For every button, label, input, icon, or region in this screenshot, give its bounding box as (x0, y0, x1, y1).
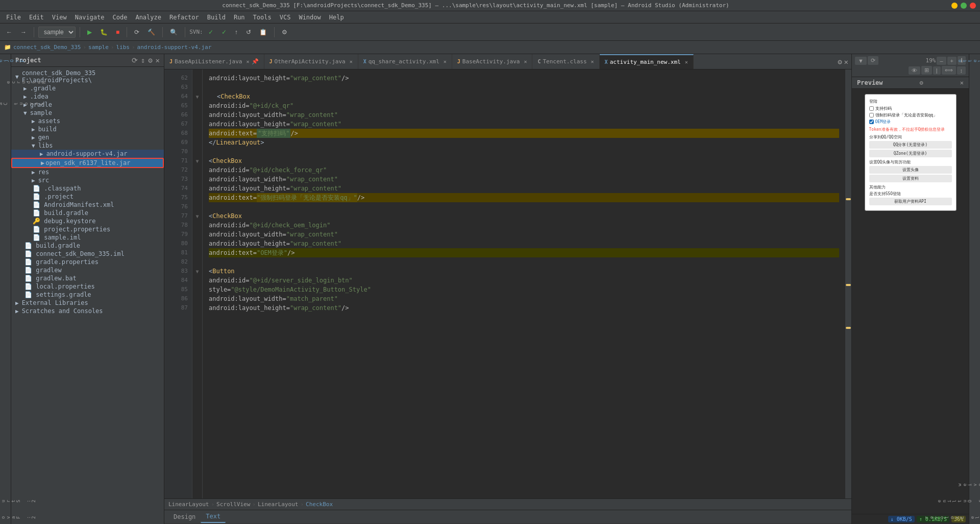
stop-button[interactable]: ■ (113, 27, 122, 37)
preview-qzone-btn[interactable]: QZone(无需登录) (869, 150, 952, 157)
win-minimize[interactable] (951, 3, 958, 9)
tree-local-props[interactable]: 📄 local.properties (11, 282, 164, 291)
menu-edit[interactable]: Edit (25, 13, 48, 22)
menu-window[interactable]: Window (295, 13, 325, 22)
resource-manager-icon[interactable]: ResourceManager (1, 78, 10, 87)
menu-tools[interactable]: Tools (249, 13, 276, 22)
gradle-button[interactable]: 🔨 (144, 27, 158, 37)
tree-libs[interactable]: ▼ libs (11, 141, 164, 150)
menu-refactor[interactable]: Refactor (165, 13, 203, 22)
bc-linearlayout[interactable]: LinearLayout (168, 501, 209, 508)
bc-linearlayout2[interactable]: LinearLayout (258, 501, 298, 508)
preview-set-profile-btn[interactable]: 设置资料 (869, 175, 952, 182)
menu-file[interactable]: File (2, 13, 25, 22)
tree-res[interactable]: ▶ res (11, 168, 164, 176)
tab-settings-icon[interactable]: ⚙ (838, 58, 842, 66)
checkbox-oem[interactable] (869, 120, 874, 124)
tab-activity-main[interactable]: X activity_main_new.xml ✕ (600, 54, 694, 69)
code-content[interactable]: android:layout_height="wrap_content" /> … (203, 69, 845, 498)
text-tab[interactable]: Text (201, 511, 226, 523)
editor-scrollbar[interactable] (845, 69, 851, 498)
tree-gradlew[interactable]: 📄 gradlew (11, 266, 164, 274)
sync-button[interactable]: ⟳ (131, 27, 142, 37)
preview-qq-share-btn[interactable]: QQ分享(无需登录) (869, 141, 952, 149)
tree-gen[interactable]: ▶ gen (11, 133, 164, 141)
tree-debug-keystore[interactable]: 🔑 debug.keystore (11, 217, 164, 225)
bc-libs[interactable]: libs (116, 44, 130, 51)
favorites-icon[interactable]: 2:Favorites (1, 513, 10, 522)
sidebar-close-icon[interactable]: ✕ (156, 56, 160, 64)
tab-close-icon[interactable]: ✕ (246, 59, 249, 64)
menu-navigate[interactable]: Navigate (71, 13, 109, 22)
eye-btn[interactable]: 👁 (909, 66, 920, 75)
tab-otherapiactivity[interactable]: J OtherApiActivity.java ✕ (264, 54, 358, 69)
tree-build[interactable]: ▶ build (11, 125, 164, 133)
bc-jar[interactable]: android-support-v4.jar (137, 44, 212, 51)
tab-close-all-icon[interactable]: ✕ (844, 58, 848, 66)
palette-refresh-btn[interactable]: ⟳ (868, 56, 878, 65)
tab-tencent[interactable]: C Tencent.class ✕ (532, 54, 599, 69)
tab-close-icon[interactable]: ✕ (350, 59, 353, 64)
up-btn[interactable]: ↕ (957, 66, 966, 75)
menu-analyze[interactable]: Analyze (131, 13, 165, 22)
svn-history[interactable]: 📋 (256, 27, 270, 37)
layout-captures-icon[interactable]: LayoutCaptures (1, 99, 10, 108)
further-outline-icon[interactable]: FurtherOutline (970, 496, 979, 506)
zoom-in-btn[interactable]: + (947, 57, 957, 65)
tree-src[interactable]: ▶ src (11, 176, 164, 184)
bc-project[interactable]: connect_sdk_Demo_335 (13, 44, 81, 51)
preview-close-icon[interactable]: ✕ (960, 79, 964, 86)
design-tab[interactable]: Design (168, 511, 201, 522)
project-icon[interactable]: Project (1, 56, 10, 65)
tab-baseactivity[interactable]: J BaseActivity.java ✕ (452, 54, 533, 69)
tree-gradle-props[interactable]: 📄 gradle.properties (11, 258, 164, 266)
search-everywhere-button[interactable]: 🔍 (167, 27, 181, 37)
grid-btn[interactable]: ⊞ (921, 66, 932, 75)
svn-commit[interactable]: ✓ (218, 27, 230, 37)
menu-code[interactable]: Code (109, 13, 132, 22)
tree-android-support[interactable]: ▶ android-support-v4.jar (11, 150, 164, 158)
tree-open-sdk[interactable]: ▶ open_sdk_r6137_lite.jar (11, 158, 164, 168)
tree-idea[interactable]: ▶ .idea (11, 92, 164, 101)
palette-side-icon[interactable]: Palette (970, 56, 979, 65)
tab-close-icon[interactable]: ✕ (591, 59, 594, 64)
tree-sample-iml[interactable]: 📄 sample.iml (11, 233, 164, 242)
tree-classpath[interactable]: 📄 .classpath (11, 184, 164, 193)
menu-build[interactable]: Build (203, 13, 230, 22)
split-btn[interactable]: | (933, 66, 941, 75)
svn-revert[interactable]: ↺ (243, 27, 254, 37)
svn-check[interactable]: ✓ (205, 27, 216, 37)
tree-buildgradle[interactable]: 📄 build.gradle (11, 209, 164, 217)
tab-qq-share[interactable]: X qq_share_activity.xml ✕ (358, 54, 452, 69)
settings-button[interactable]: ⚙ (279, 27, 290, 37)
menu-help[interactable]: Help (325, 13, 348, 22)
sidebar-settings-icon[interactable]: ⚙ (148, 56, 152, 64)
tree-androidmanifest[interactable]: 📄 AndroidManifest.xml (11, 201, 164, 209)
tab-close-icon[interactable]: ✕ (524, 59, 527, 64)
arrows-btn[interactable]: ⟺ (942, 66, 956, 75)
palette-dropdown-btn[interactable]: ▼ (855, 57, 867, 65)
preview-side-icon[interactable]: Preview (970, 480, 979, 489)
menu-vcs[interactable]: VCS (276, 13, 295, 22)
zoom-out-btn[interactable]: – (937, 57, 946, 65)
tab-baseapilistener[interactable]: J BaseApiListener.java ✕ 📌 (164, 54, 264, 69)
tree-sample[interactable]: ▼ sample (11, 109, 164, 117)
preview-settings-icon[interactable]: ⚙ (920, 79, 923, 86)
tree-buildgradle2[interactable]: 📄 build.gradle (11, 242, 164, 250)
checkbox-scan[interactable] (869, 106, 874, 111)
back-button[interactable]: ← (3, 27, 15, 37)
svn-update[interactable]: ↑ (232, 27, 241, 37)
preview-user-api-btn[interactable]: 获取用户资料API (869, 198, 952, 205)
tree-connect-iml[interactable]: 📄 connect_sdk_Demo_335.iml (11, 250, 164, 258)
forward-button[interactable]: → (17, 27, 30, 37)
tree-scratches[interactable]: ▶ Scratches and Consoles (11, 307, 164, 315)
run-button[interactable]: ▶ (84, 27, 95, 37)
bc-checkbox[interactable]: CheckBox (306, 501, 333, 508)
project-selector[interactable]: sample (38, 27, 76, 38)
tab-close-icon[interactable]: ✕ (444, 59, 447, 64)
sidebar-collapse-icon[interactable]: ⇕ (141, 56, 145, 64)
preview-set-avatar-btn[interactable]: 设置头像 (869, 166, 952, 174)
tab-close-icon[interactable]: ✕ (685, 59, 688, 65)
bc-scrollview[interactable]: ScrollView (216, 501, 250, 508)
tree-settings-gradle[interactable]: 📄 settings.gradle (11, 291, 164, 299)
